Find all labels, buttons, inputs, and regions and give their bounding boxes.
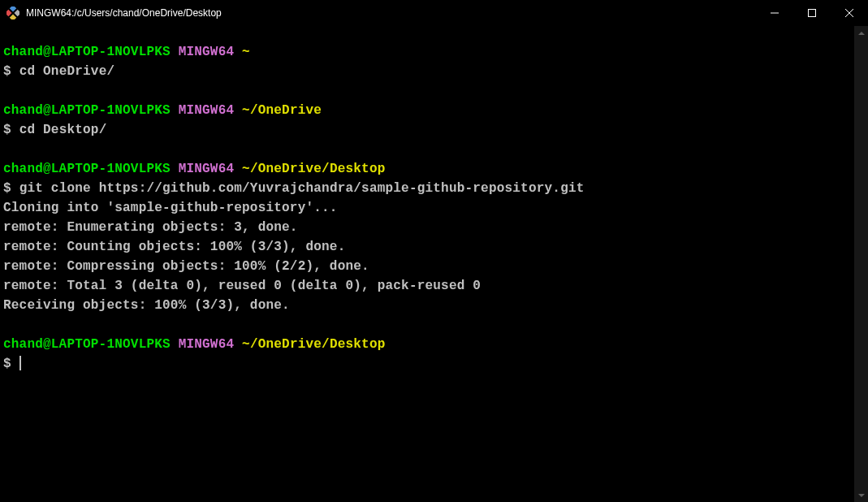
terminal-block: chand@LAPTOP-1NOVLPKS MINGW64 ~/OneDrive… (3, 101, 854, 140)
shell-name: MINGW64 (179, 162, 235, 176)
shell-name: MINGW64 (179, 337, 235, 352)
scroll-up-icon[interactable] (854, 26, 868, 40)
maximize-button[interactable] (793, 0, 831, 25)
command-text: cd Desktop/ (19, 123, 107, 137)
svg-rect-5 (809, 9, 816, 16)
titlebar[interactable]: MINGW64:/c/Users/chand/OneDrive/Desktop (0, 0, 868, 26)
command-text: cd OneDrive/ (19, 64, 115, 79)
svg-rect-1 (14, 9, 19, 15)
svg-marker-8 (858, 32, 865, 35)
cursor (19, 356, 21, 370)
svg-marker-9 (858, 494, 865, 497)
output-line: remote: Enumerating objects: 3, done. (3, 220, 298, 235)
svg-rect-0 (10, 6, 16, 12)
prompt-symbol: $ (3, 123, 11, 137)
output-line: Receiving objects: 100% (3/3), done. (3, 298, 290, 313)
user-host: chand@LAPTOP-1NOVLPKS (3, 103, 171, 118)
command-text: git clone https://github.com/Yuvrajchand… (19, 181, 585, 196)
user-host: chand@LAPTOP-1NOVLPKS (3, 45, 171, 59)
output-line: Cloning into 'sample-github-repository'.… (3, 201, 338, 215)
cwd-path: ~/OneDrive/Desktop (242, 162, 385, 176)
app-icon (6, 6, 19, 19)
window-title: MINGW64:/c/Users/chand/OneDrive/Desktop (26, 7, 756, 19)
cwd-path: ~/OneDrive/Desktop (242, 337, 385, 352)
cwd-path: ~ (242, 45, 250, 59)
user-host: chand@LAPTOP-1NOVLPKS (3, 162, 171, 176)
output-line: remote: Compressing objects: 100% (2/2),… (3, 259, 369, 274)
scroll-down-icon[interactable] (854, 488, 868, 502)
cwd-path: ~/OneDrive (242, 103, 322, 118)
terminal-window: MINGW64:/c/Users/chand/OneDrive/Desktop … (0, 0, 868, 502)
terminal-content[interactable]: chand@LAPTOP-1NOVLPKS MINGW64 ~ $ cd One… (0, 26, 854, 502)
minimize-button[interactable] (756, 0, 793, 25)
output-line: remote: Counting objects: 100% (3/3), do… (3, 240, 345, 254)
output-line: remote: Total 3 (delta 0), reused 0 (del… (3, 279, 481, 293)
terminal-block: chand@LAPTOP-1NOVLPKS MINGW64 ~/OneDrive… (3, 335, 854, 374)
shell-name: MINGW64 (179, 45, 235, 59)
shell-name: MINGW64 (179, 103, 235, 118)
window-controls (756, 0, 868, 25)
terminal-body: chand@LAPTOP-1NOVLPKS MINGW64 ~ $ cd One… (0, 26, 868, 502)
prompt-symbol: $ (3, 357, 11, 371)
svg-rect-3 (10, 14, 16, 19)
prompt-symbol: $ (3, 64, 11, 79)
svg-rect-2 (6, 9, 12, 15)
terminal-block: chand@LAPTOP-1NOVLPKS MINGW64 ~ $ cd One… (3, 42, 854, 81)
prompt-symbol: $ (3, 181, 11, 196)
close-button[interactable] (831, 0, 868, 25)
terminal-block: chand@LAPTOP-1NOVLPKS MINGW64 ~/OneDrive… (3, 159, 854, 315)
scrollbar[interactable] (854, 26, 868, 502)
user-host: chand@LAPTOP-1NOVLPKS (3, 337, 171, 352)
